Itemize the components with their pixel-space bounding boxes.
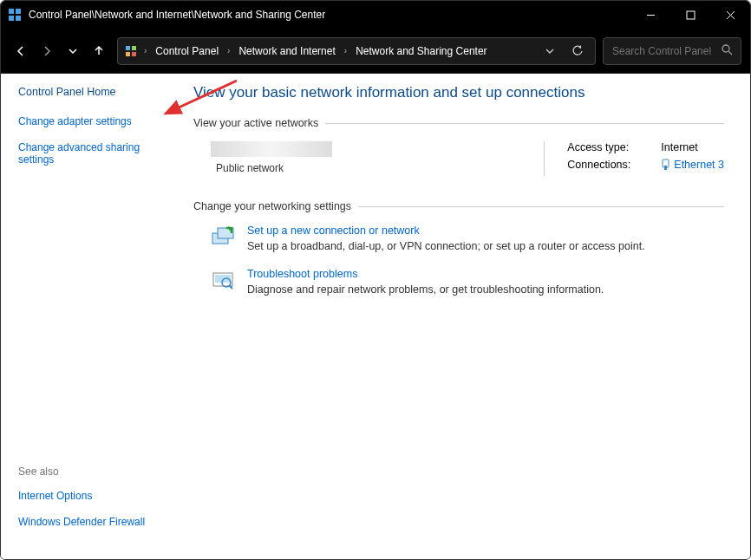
network-center-icon bbox=[123, 43, 139, 59]
svg-rect-11 bbox=[132, 52, 136, 56]
sidebar: Control Panel Home Change adapter settin… bbox=[1, 74, 183, 559]
troubleshoot-item[interactable]: Troubleshoot problems Diagnose and repai… bbox=[211, 268, 724, 296]
main-panel: View your basic network information and … bbox=[183, 74, 750, 559]
access-type-value: Internet bbox=[661, 141, 697, 153]
dropdown-button[interactable] bbox=[538, 39, 562, 63]
svg-rect-9 bbox=[132, 46, 136, 50]
troubleshoot-link[interactable]: Troubleshoot problems bbox=[247, 268, 604, 280]
svg-rect-16 bbox=[664, 166, 667, 170]
ethernet-icon bbox=[661, 159, 670, 171]
page-title: View your basic network information and … bbox=[193, 84, 724, 101]
svg-rect-8 bbox=[126, 46, 130, 50]
svg-rect-1 bbox=[16, 9, 21, 14]
svg-rect-3 bbox=[16, 16, 21, 21]
breadcrumb-item[interactable]: Network and Internet bbox=[235, 43, 338, 59]
forward-button[interactable] bbox=[36, 40, 58, 62]
windows-defender-firewall-link[interactable]: Windows Defender Firewall bbox=[18, 516, 174, 528]
see-also-label: See also bbox=[18, 466, 174, 478]
svg-line-13 bbox=[728, 51, 732, 55]
address-bar[interactable]: › Control Panel › Network and Internet ›… bbox=[117, 37, 596, 65]
svg-rect-0 bbox=[9, 9, 14, 14]
control-panel-icon bbox=[8, 8, 22, 22]
internet-options-link[interactable]: Internet Options bbox=[18, 490, 174, 502]
back-button[interactable] bbox=[10, 40, 32, 62]
troubleshoot-icon bbox=[211, 268, 235, 292]
access-type-label: Access type: bbox=[567, 141, 640, 153]
setup-connection-item[interactable]: Set up a new connection or network Set u… bbox=[211, 225, 724, 252]
search-input[interactable] bbox=[611, 44, 722, 58]
setup-connection-icon bbox=[211, 225, 235, 249]
change-adapter-settings-link[interactable]: Change adapter settings bbox=[18, 115, 174, 127]
active-network-block: Public network Access type: Internet Con… bbox=[211, 141, 724, 176]
up-button[interactable] bbox=[88, 40, 110, 62]
close-button[interactable] bbox=[710, 1, 750, 29]
minimize-button[interactable] bbox=[630, 1, 670, 29]
connections-label: Connections: bbox=[567, 159, 640, 171]
chevron-right-icon[interactable]: › bbox=[142, 46, 148, 55]
svg-rect-2 bbox=[9, 16, 14, 21]
troubleshoot-desc: Diagnose and repair network problems, or… bbox=[247, 283, 604, 296]
recent-locations-button[interactable] bbox=[62, 40, 84, 62]
active-networks-header: View your active networks bbox=[193, 117, 724, 129]
search-box[interactable] bbox=[603, 37, 741, 65]
search-icon bbox=[722, 44, 734, 58]
control-panel-home-link[interactable]: Control Panel Home bbox=[18, 86, 174, 98]
network-name-redacted bbox=[211, 141, 332, 157]
titlebar: Control Panel\Network and Internet\Netwo… bbox=[1, 1, 750, 29]
breadcrumb-item[interactable]: Control Panel bbox=[152, 43, 222, 59]
connection-link[interactable]: Ethernet 3 bbox=[661, 159, 724, 171]
maximize-button[interactable] bbox=[670, 1, 710, 29]
chevron-right-icon[interactable]: › bbox=[225, 46, 232, 55]
setup-connection-desc: Set up a broadband, dial-up, or VPN conn… bbox=[247, 240, 645, 252]
svg-point-12 bbox=[722, 45, 729, 52]
setup-connection-link[interactable]: Set up a new connection or network bbox=[247, 225, 645, 237]
breadcrumb-item[interactable]: Network and Sharing Center bbox=[352, 43, 490, 59]
change-settings-header: Change your networking settings bbox=[193, 200, 724, 212]
chevron-right-icon[interactable]: › bbox=[343, 46, 349, 55]
refresh-button[interactable] bbox=[565, 39, 590, 63]
divider bbox=[544, 141, 545, 176]
window-title: Control Panel\Network and Internet\Netwo… bbox=[29, 9, 630, 21]
svg-rect-5 bbox=[687, 11, 695, 19]
svg-rect-10 bbox=[126, 52, 130, 56]
network-type: Public network bbox=[216, 162, 535, 174]
change-advanced-sharing-link[interactable]: Change advanced sharing settings bbox=[18, 141, 174, 166]
navbar: › Control Panel › Network and Internet ›… bbox=[1, 29, 750, 74]
